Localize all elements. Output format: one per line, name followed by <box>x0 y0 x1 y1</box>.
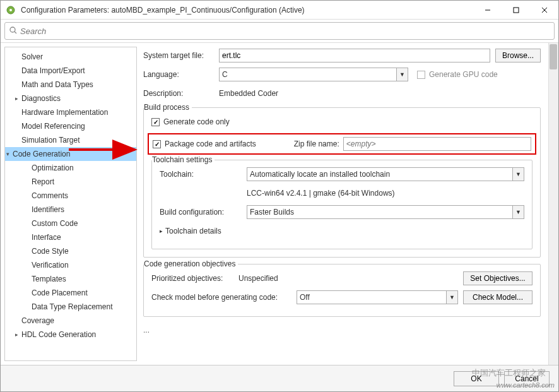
build-process-group: Build process Generate code only Package… <box>143 107 541 258</box>
search-input[interactable] <box>20 27 550 36</box>
scrollbar[interactable] <box>548 43 558 365</box>
nav-item-label: Hardware Implementation <box>21 107 108 118</box>
toolchain-dropdown[interactable]: Automatically locate an installed toolch… <box>247 167 524 181</box>
package-label: Package code and artifacts <box>165 140 256 148</box>
nav-item-label: Diagnostics <box>21 93 61 104</box>
watermark-cn: 中国汽车工程师之家 <box>472 367 546 379</box>
nav-item-label: Templates <box>32 273 66 285</box>
nav-item-label: Identifiers <box>32 204 64 215</box>
toolchain-label: Toolchain: <box>160 170 247 179</box>
nav-item-optimization[interactable]: Optimization <box>5 161 136 175</box>
caret-icon: ▸ <box>15 93 21 104</box>
nav-item-label: Math and Data Types <box>21 79 93 90</box>
nav-item-label: Report <box>32 176 54 187</box>
nav-item-hdl-code-generation[interactable]: ▸HDL Code Generation <box>5 328 136 342</box>
gen-code-only-checkbox[interactable] <box>151 118 160 126</box>
set-objectives-button[interactable]: Set Objectives... <box>463 271 533 285</box>
nav-item-hardware-implementation[interactable]: Hardware Implementation <box>5 105 136 119</box>
zip-input[interactable] <box>343 137 531 151</box>
chevron-down-icon: ▼ <box>512 206 524 218</box>
app-icon <box>6 5 16 15</box>
nav-item-data-import-export[interactable]: Data Import/Export <box>5 64 136 78</box>
content-panel: System target file: Browse... Language: … <box>137 43 558 365</box>
target-file-label: System target file: <box>143 51 219 60</box>
package-checkbox[interactable] <box>153 140 161 148</box>
nav-tree[interactable]: SolverData Import/ExportMath and Data Ty… <box>4 47 137 361</box>
nav-item-custom-code[interactable]: Custom Code <box>5 217 136 230</box>
chevron-down-icon: ▼ <box>446 291 457 304</box>
zip-label: Zip file name: <box>294 140 339 148</box>
minimize-button[interactable] <box>473 1 502 19</box>
nav-item-identifiers[interactable]: Identifiers <box>5 203 136 217</box>
nav-item-label: Verification <box>32 259 69 271</box>
gpu-label: Generate GPU code <box>429 70 498 79</box>
objectives-legend: Code generation objectives <box>144 259 238 268</box>
gen-code-only-label: Generate code only <box>163 117 230 126</box>
nav-item-label: Coverage <box>21 315 54 326</box>
nav-item-label: Code Placement <box>32 287 88 299</box>
check-model-button[interactable]: Check Model... <box>463 290 533 304</box>
build-cfg-dropdown[interactable]: Faster Builds ▼ <box>247 205 524 219</box>
toolchain-legend: Toolchain settings <box>152 155 215 164</box>
browse-button[interactable]: Browse... <box>495 49 541 62</box>
check-model-dropdown[interactable]: Off ▼ <box>297 290 458 304</box>
more-indicator: ... <box>143 323 541 337</box>
nav-item-label: Data Import/Export <box>21 65 85 76</box>
chevron-down-icon: ▼ <box>512 168 524 181</box>
nav-item-comments[interactable]: Comments <box>5 189 136 203</box>
nav-item-label: Model Referencing <box>21 121 85 132</box>
maximize-button[interactable] <box>502 1 530 19</box>
caret-right-icon: ▸ <box>160 228 163 234</box>
nav-item-label: Code Generation <box>13 148 70 160</box>
objectives-group: Code generation objectives Prioritized o… <box>143 264 541 317</box>
nav-item-templates[interactable]: Templates <box>5 272 136 286</box>
language-dropdown[interactable]: C ▼ <box>219 68 408 81</box>
language-label: Language: <box>143 70 219 79</box>
nav-item-label: Interface <box>32 232 61 243</box>
gpu-checkbox[interactable] <box>417 71 425 79</box>
footer: 中国汽车工程师之家 OK Cancel www.cartech8.com <box>1 365 558 391</box>
svg-rect-3 <box>514 8 519 13</box>
toolchain-detected: LCC-win64 v2.4.1 | gmake (64-bit Windows… <box>247 189 395 198</box>
build-process-legend: Build process <box>144 103 192 112</box>
nav-item-label: Data Type Replacement <box>32 301 113 312</box>
toolchain-group: Toolchain settings Toolchain: Automatica… <box>151 160 533 249</box>
nav-item-interface[interactable]: Interface <box>5 230 136 244</box>
nav-item-coverage[interactable]: Coverage <box>5 314 136 328</box>
nav-item-code-style[interactable]: Code Style <box>5 244 136 258</box>
nav-item-model-referencing[interactable]: Model Referencing <box>5 119 136 133</box>
nav-item-label: Solver <box>21 51 43 62</box>
nav-item-math-and-data-types[interactable]: Math and Data Types <box>5 78 136 92</box>
nav-item-code-generation[interactable]: ▾Code Generation <box>5 147 136 161</box>
package-highlight: Package code and artifacts Zip file name… <box>148 133 536 155</box>
nav-item-label: HDL Code Generation <box>21 329 96 340</box>
nav-item-label: Custom Code <box>32 218 78 229</box>
build-cfg-label: Build configuration: <box>160 208 247 217</box>
description-value: Embedded Coder <box>219 89 278 98</box>
nav-item-label: Code Style <box>32 246 69 257</box>
prio-value: Unspecified <box>238 274 463 283</box>
search-bar[interactable] <box>4 22 555 40</box>
nav-item-diagnostics[interactable]: ▸Diagnostics <box>5 92 136 105</box>
window-title: Configuration Parameters: autoMBD_exampl… <box>21 6 473 15</box>
nav-item-data-type-replacement[interactable]: Data Type Replacement <box>5 300 136 314</box>
watermark: www.cartech8.com <box>497 381 555 389</box>
toolchain-details-toggle[interactable]: Toolchain details <box>165 227 221 235</box>
chevron-down-icon: ▼ <box>396 68 408 81</box>
nav-item-solver[interactable]: Solver <box>5 50 136 64</box>
nav-item-report[interactable]: Report <box>5 175 136 189</box>
nav-item-simulation-target[interactable]: Simulation Target <box>5 133 136 147</box>
target-file-input[interactable] <box>219 49 490 62</box>
nav-item-verification[interactable]: Verification <box>5 258 136 272</box>
caret-icon: ▸ <box>15 329 21 340</box>
search-icon <box>9 26 18 37</box>
nav-item-code-placement[interactable]: Code Placement <box>5 286 136 300</box>
caret-icon: ▾ <box>6 148 13 160</box>
titlebar: Configuration Parameters: autoMBD_exampl… <box>1 1 558 20</box>
nav-item-label: Optimization <box>32 162 74 174</box>
check-model-label: Check model before generating code: <box>151 293 297 302</box>
svg-point-6 <box>10 27 15 32</box>
nav-item-label: Simulation Target <box>21 134 80 146</box>
close-button[interactable] <box>530 1 558 19</box>
svg-line-7 <box>15 32 16 33</box>
